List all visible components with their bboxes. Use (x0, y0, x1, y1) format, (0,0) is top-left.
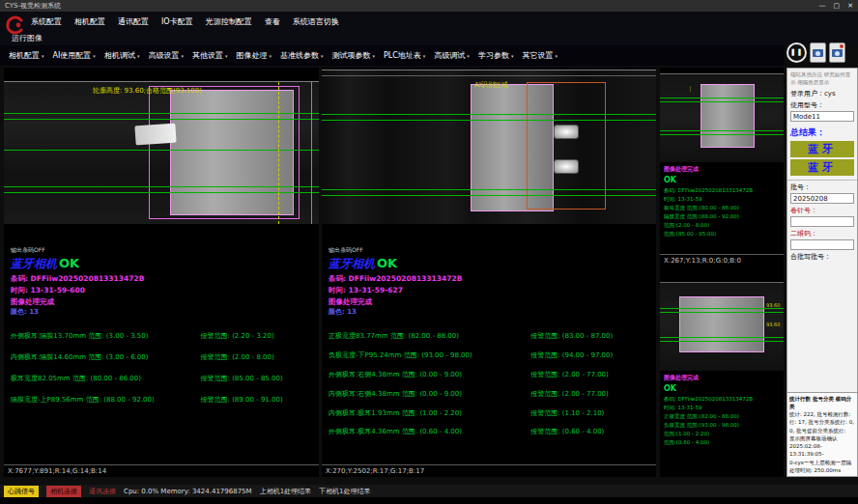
needle-label: 卷针号： (790, 207, 817, 214)
toolbar-item-misc-settings[interactable]: 其它设置▾ (519, 48, 560, 63)
ok-status-label: OK (664, 382, 780, 395)
batch-value-field[interactable]: 20250208 (790, 193, 854, 204)
toolbar-item-label: PLC地址表 (384, 50, 421, 61)
green-guide-line (660, 134, 784, 135)
measurement-row: 正极宽度83.77mm 范围: (82.00 - 88.00)报警范围: (83… (329, 331, 649, 342)
menu-item-comm-config[interactable]: 通讯配置 (118, 16, 149, 27)
close-button[interactable]: ✕ (847, 2, 853, 10)
heartbeat-indicator: 心跳信号 (4, 486, 39, 497)
toolbar-item-label: 其他设置 (192, 50, 223, 61)
measurement-text: 条码: DFFiiw2025020813313472B (664, 186, 780, 195)
cell-region (679, 296, 764, 352)
menu-item-system-config[interactable]: 系统配置 (31, 16, 62, 27)
toolbar-item-baseline-params[interactable]: 基准线参数▾ (277, 48, 327, 63)
green-guide-line (660, 101, 784, 102)
model-select[interactable]: Mode11 (790, 111, 854, 122)
window-controls: — ▢ ✕ (819, 2, 854, 10)
model-label: 使用型号： (790, 101, 824, 109)
menu-item-io-config[interactable]: IO卡配置 (161, 16, 193, 27)
measurement-text: 内侧极耳:隔膜14.60mm 范围: (3.00 - 6.00) (11, 352, 201, 363)
measurement-text: 范围:(0.60 - 4.00) (664, 438, 780, 447)
chevron-down-icon: ▾ (42, 53, 44, 59)
run-controls: ❚❚ (786, 39, 858, 66)
statistics-header: 统计行数 批号分类 横码分类 (789, 395, 855, 411)
chevron-down-icon: ▾ (423, 53, 426, 59)
measurement-text: 正极宽度 范围:(82.00 - 88.00) (664, 412, 780, 421)
tab-row: 运行图像 (0, 31, 858, 45)
height-measure-label: 轮廓高度: 93.60;合格范围(93.100) (93, 86, 202, 96)
toolbar-item-label: 相机调试 (104, 50, 135, 61)
toolbar-item-camera-config[interactable]: 相机配置▾ (6, 48, 47, 63)
needle-row: 卷针号： (787, 204, 857, 215)
toolbar-item-advanced-debug[interactable]: 高级调试▾ (431, 48, 472, 63)
green-guide-line (322, 195, 656, 196)
measurement-row: 极耳宽度82.05mm 范围: (80.00 - 86.00)报警范围: (85… (11, 374, 312, 384)
measurement-row: 负极宽度-下P95.24mm 范围: (93.00 - 98.00)报警范围: … (329, 350, 649, 361)
camera-lens-icon (835, 51, 840, 56)
toolbar-item-ai-config[interactable]: AI使用配置▾ (50, 48, 99, 63)
toolbar-item-test-params[interactable]: 测试项参数▾ (329, 48, 378, 63)
toolbar-item-other-settings[interactable]: 其他设置▾ (189, 48, 231, 63)
green-guide-line (660, 337, 784, 338)
measurement-text: 范围:(1.00 - 2.20) (664, 430, 780, 438)
alarm-range-text: 报警范围: (2.20 - 3.20) (201, 331, 312, 342)
count-line: 颜色: 13 (329, 307, 649, 318)
login-user-row: 登录用户：cys (787, 87, 857, 98)
yellow-annotation: 93.60 (766, 302, 780, 308)
camera-connect-indicator: 相机连接 (46, 486, 81, 497)
alarm-range-text: 报警范围: (1.10 - 2.10) (530, 408, 649, 419)
chevron-down-icon: ▾ (372, 53, 375, 59)
measurement-text: 隔膜宽度-上P89.56mm 范围: (88.00 - 92.00) (11, 395, 201, 406)
toolbar-item-label: 图像处理 (236, 50, 267, 61)
preview-panel-1: ┆ 图像处理完成 OK 条码: DFFiiw2025020813313472B … (660, 73, 784, 266)
maximize-button[interactable]: ▢ (834, 2, 841, 10)
menu-item-light-config[interactable]: 光源控制配置 (206, 16, 252, 27)
toolbar: 相机配置▾ AI使用配置▾ 相机调试▾ 高级设置▾ 其他设置▾ 图像处理▾ 基准… (0, 45, 785, 66)
measurement-text: 时间: 13-31-59 (664, 404, 780, 412)
menu-item-camera-config[interactable]: 相机配置 (74, 16, 105, 27)
toolbar-item-camera-debug[interactable]: 相机调试▾ (101, 48, 143, 63)
camera-panel-lower: AI识别区域 输出条码OFF 蓝牙相机OK 条码: DFFiiw20250208… (322, 68, 656, 477)
measurement-list: 外侧极耳:隔膜13.70mm 范围: (3.00 - 3.50)报警范围: (2… (11, 331, 312, 415)
toolbar-item-plc-address[interactable]: PLC地址表▾ (381, 48, 428, 63)
chevron-down-icon: ▾ (511, 53, 514, 59)
preview-image-1[interactable]: ┆ (660, 73, 784, 162)
toolbar-item-advanced-settings[interactable]: 高级设置▾ (145, 48, 186, 63)
merge-row: 合批写批号： (787, 250, 857, 262)
preview-image-2[interactable]: 93.60 93.60 (660, 282, 784, 371)
camera-lens-icon (815, 51, 820, 56)
process-status-line: 图像处理完成 (664, 164, 780, 174)
process-status-line: 图像处理完成 (664, 373, 780, 382)
alarm-range-text: 报警范围: (89.00 - 91.00) (201, 395, 312, 406)
ok-status-label: OK (664, 174, 780, 186)
measurement-text: 外侧极耳:隔膜13.70mm 范围: (3.00 - 3.50) (11, 331, 201, 342)
toolbar-item-learning-params[interactable]: 学习参数▾ (475, 48, 517, 63)
yellow-annotation: ┆ (689, 86, 692, 92)
camera-1-button[interactable] (810, 42, 826, 63)
alarm-range-text: 报警范围: (94.00 - 97.00) (530, 350, 649, 361)
pause-button[interactable]: ❚❚ (786, 42, 807, 63)
chevron-down-icon: ▾ (467, 53, 470, 59)
toolbar-item-label: 学习参数 (478, 50, 509, 61)
menu-item-language-switch[interactable]: 系统语言切换 (293, 16, 339, 27)
ok-status-label: OK (377, 256, 397, 270)
statistics-line: 0, 批号提前分类系统行: (789, 427, 855, 434)
app-logo-icon (4, 14, 25, 36)
camera-2-button[interactable] (829, 42, 845, 63)
qr-value-field[interactable] (790, 239, 854, 250)
toolbar-item-image-processing[interactable]: 图像处理▾ (233, 48, 274, 63)
statistics-line: 显示图屏幕板场确认 (789, 434, 855, 442)
ai-region-label: AI识别区域 (474, 80, 508, 90)
needle-value-field[interactable] (790, 216, 854, 227)
camera-image-upper[interactable]: 轮廓高度: 93.60;合格范围(93.100) (4, 81, 319, 224)
measurement-row: 内侧极耳:极耳1.93mm 范围: (1.00 - 2.20)报警范围: (1.… (329, 408, 649, 419)
camera-image-lower[interactable]: AI识别区域 (322, 70, 656, 224)
measurement-text: 范围:(2.00 - 8.00) (664, 221, 780, 230)
statistics-line: 0-cys一号上层检测一层隔 (789, 459, 855, 466)
menu-item-view[interactable]: 查看 (265, 16, 280, 27)
toolbar-item-label: 高级设置 (148, 50, 179, 61)
minimize-button[interactable]: — (819, 2, 826, 10)
chevron-down-icon: ▾ (321, 53, 324, 59)
yellow-dashed-line (278, 82, 279, 224)
measurement-text: 范围:(85.00 - 85.00) (664, 230, 780, 238)
